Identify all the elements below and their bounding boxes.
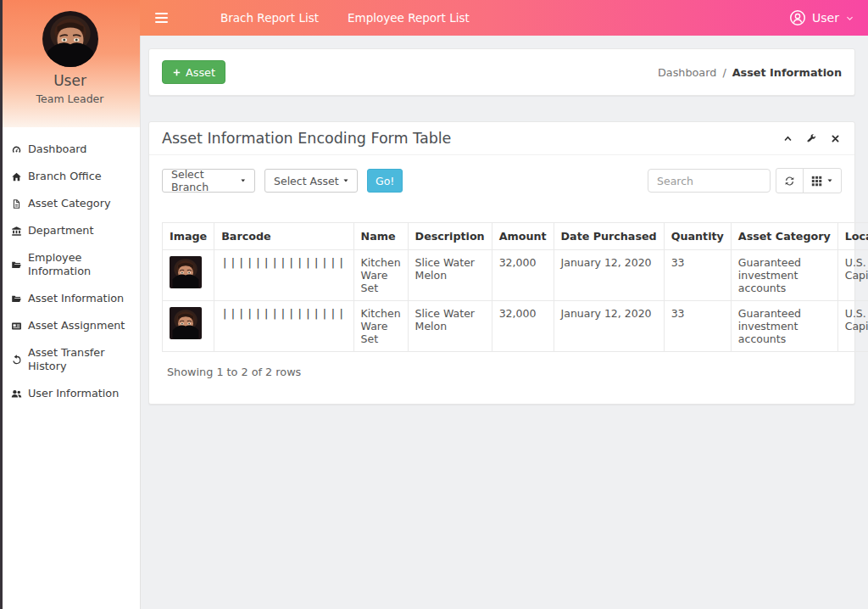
sidebar-item-dashboard[interactable]: Dashboard <box>0 136 140 163</box>
menu-toggle-button[interactable] <box>155 13 168 23</box>
sidebar-item-label: Asset Information <box>28 292 124 305</box>
user-menu[interactable]: User <box>789 9 854 26</box>
table-button-group <box>776 168 842 193</box>
panel-body: Select Branch Select Asset Go! <box>149 155 854 404</box>
caret-down-icon <box>240 177 247 184</box>
sidebar-item-label: Asset Transfer History <box>28 346 136 373</box>
wrench-icon <box>807 134 816 143</box>
app-window: User Team Leader Dashboard Branch Office… <box>0 0 868 609</box>
sidebar-item-asset-category[interactable]: Asset Category <box>0 190 140 217</box>
panel-header: Asset Information Encoding Form Table <box>149 122 854 155</box>
close-icon <box>831 134 840 143</box>
home-icon <box>11 171 22 182</box>
folder-icon <box>11 260 22 271</box>
add-asset-label: Asset <box>186 66 215 79</box>
sidebar-user-role: Team Leader <box>0 92 140 105</box>
sidebar-item-label: Dashboard <box>28 142 86 156</box>
sidebar-item-asset-assignment[interactable]: Asset Assignment <box>0 312 140 339</box>
panel-title: Asset Information Encoding Form Table <box>162 130 451 147</box>
folder-icon <box>11 293 22 304</box>
dashboard-icon <box>11 144 22 155</box>
chevron-up-icon <box>783 134 793 143</box>
refresh-icon <box>784 176 795 187</box>
sidebar-item-branch-office[interactable]: Branch Office <box>0 163 140 190</box>
sidebar-item-label: Asset Assignment <box>28 319 125 332</box>
table-search-tools <box>648 168 842 193</box>
cell-location: U.S. Capitol <box>837 301 868 352</box>
cell-name: Kitchen Ware Set <box>353 250 408 301</box>
col-image: Image <box>163 223 214 250</box>
cell-quantity: 33 <box>664 250 731 301</box>
breadcrumb-current: Asset Information <box>732 66 842 79</box>
list-card-icon <box>11 321 22 332</box>
plus-icon <box>172 68 181 77</box>
barcode: ||||||||||||||| <box>221 307 346 320</box>
window-left-edge <box>0 0 3 609</box>
filter-group: Select Branch Select Asset Go! <box>162 169 403 193</box>
cell-name: Kitchen Ware Set <box>353 301 408 352</box>
breadcrumb-dashboard-link[interactable]: Dashboard <box>658 66 716 79</box>
cell-quantity: 33 <box>664 301 731 352</box>
sidebar-item-label: Employee Information <box>28 251 136 278</box>
cell-date-purchased: January 12, 2020 <box>554 301 664 352</box>
asset-table: Image Barcode Name Description Amount Da… <box>162 222 868 352</box>
collapse-button[interactable] <box>783 133 794 144</box>
refresh-button[interactable] <box>776 168 804 193</box>
table-toolbar: Select Branch Select Asset Go! <box>162 168 842 193</box>
barcode: ||||||||||||||| <box>221 256 346 269</box>
col-amount: Amount <box>492 223 554 250</box>
columns-button[interactable] <box>803 168 842 193</box>
col-date-purchased: Date Purchased <box>554 223 664 250</box>
nav-employee-report-list[interactable]: Employee Report List <box>348 11 470 25</box>
cell-amount: 32,000 <box>492 301 554 352</box>
sidebar-item-asset-transfer-history[interactable]: Asset Transfer History <box>0 339 140 380</box>
branch-select-value: Select Branch <box>171 168 240 193</box>
top-navbar: Brach Report List Employee Report List U… <box>140 0 868 36</box>
caret-down-icon <box>342 177 349 184</box>
sidebar-item-asset-information[interactable]: Asset Information <box>0 285 140 312</box>
sidebar: User Team Leader Dashboard Branch Office… <box>0 0 141 609</box>
sidebar-item-department[interactable]: Department <box>0 217 140 244</box>
asset-image <box>170 307 202 339</box>
sidebar-item-label: Branch Office <box>28 170 102 183</box>
cell-asset-category: Guaranteed investment accounts <box>731 250 837 301</box>
col-quantity: Quantity <box>664 223 731 250</box>
sidebar-item-label: User Information <box>28 387 119 400</box>
avatar <box>42 11 98 67</box>
table-pagination-info: Showing 1 to 2 of 2 rows <box>162 366 842 378</box>
table-row: ||||||||||||||| Kitchen Ware Set Slice W… <box>163 250 868 301</box>
sidebar-item-label: Asset Category <box>28 197 111 210</box>
col-asset-category: Asset Category <box>731 223 837 250</box>
close-button[interactable] <box>831 133 842 144</box>
asset-select[interactable]: Select Asset <box>264 169 358 193</box>
grid-icon <box>811 176 822 187</box>
breadcrumb: Dashboard / Asset Information <box>658 66 842 79</box>
cell-asset-category: Guaranteed investment accounts <box>731 301 837 352</box>
navbar-links: Brach Report List Employee Report List <box>220 11 470 25</box>
sidebar-user-panel: User Team Leader <box>0 0 140 127</box>
sidebar-item-label: Department <box>28 224 93 237</box>
users-icon <box>11 388 22 399</box>
col-location: Location <box>837 223 868 250</box>
col-description: Description <box>408 223 492 250</box>
user-circle-icon <box>789 9 806 26</box>
hamburger-icon <box>155 13 168 14</box>
branch-select[interactable]: Select Branch <box>162 169 255 193</box>
sidebar-item-employee-information[interactable]: Employee Information <box>0 244 140 285</box>
cell-location: U.S. Capitol <box>837 250 868 301</box>
history-icon <box>11 355 22 366</box>
sidebar-item-user-information[interactable]: User Information <box>0 380 140 407</box>
content-area: Asset Dashboard / Asset Information Asse… <box>140 36 868 609</box>
nav-branch-report-list[interactable]: Brach Report List <box>220 11 319 25</box>
sidebar-menu: Dashboard Branch Office Asset Category D… <box>0 136 140 407</box>
cell-description: Slice Water Melon <box>408 301 492 352</box>
caret-down-icon <box>826 177 833 184</box>
panel-tools <box>783 133 842 144</box>
add-asset-button[interactable]: Asset <box>162 60 225 84</box>
go-button[interactable]: Go! <box>367 169 403 193</box>
breadcrumb-separator: / <box>722 66 726 79</box>
search-input[interactable] <box>648 169 771 193</box>
cell-amount: 32,000 <box>492 250 554 301</box>
user-menu-label: User <box>812 11 839 25</box>
settings-button[interactable] <box>807 133 818 144</box>
